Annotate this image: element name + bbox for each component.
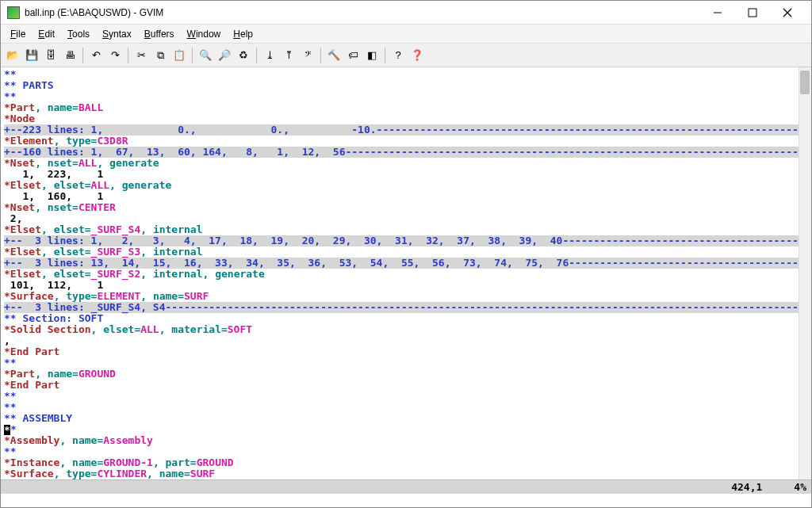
open-icon[interactable]: 📂: [4, 47, 21, 64]
code-line[interactable]: *Surface, type=ELEMENT, name=SURF: [4, 291, 808, 302]
cursor-position: 424,1: [731, 481, 762, 493]
code-line[interactable]: *End Part: [4, 380, 808, 391]
code-line[interactable]: **: [4, 69, 808, 80]
code-line[interactable]: *Nset, nset=ALL, generate: [4, 158, 808, 169]
window-title: ball.inp (E:\ABAQUSWD) - GVIM: [25, 7, 700, 18]
code-line[interactable]: **: [4, 446, 808, 457]
cut-icon[interactable]: ✂: [132, 47, 150, 64]
code-line[interactable]: 2,: [4, 213, 808, 224]
code-line[interactable]: **: [4, 91, 808, 102]
paste-icon[interactable]: 📋: [170, 47, 188, 64]
code-line[interactable]: +-- 3 lines: _SURF_S4, S4---------------…: [4, 302, 808, 313]
copy-icon[interactable]: ⧉: [151, 47, 169, 64]
menu-edit[interactable]: Edit: [32, 26, 61, 42]
code-line[interactable]: **: [4, 391, 808, 402]
code-line[interactable]: *Element, type=C3D8R: [4, 136, 808, 147]
code-line[interactable]: *Part, name=GROUND: [4, 369, 808, 380]
print-icon[interactable]: 🖶: [61, 47, 79, 64]
statusbar: 424,1 4%: [1, 479, 811, 494]
code-line[interactable]: 1, 223, 1: [4, 169, 808, 180]
code-line[interactable]: +--160 lines: 1, 67, 13, 60, 164, 8, 1, …: [4, 147, 808, 158]
menu-buffers[interactable]: Buffers: [138, 26, 181, 42]
menu-help[interactable]: Help: [227, 26, 259, 42]
code-line[interactable]: 1, 160, 1: [4, 191, 808, 202]
code-line[interactable]: **: [4, 424, 808, 435]
svg-rect-1: [749, 9, 756, 17]
code-line[interactable]: *Instance, name=GROUND-1, part=GROUND: [4, 457, 808, 468]
load-session-icon[interactable]: ⤓: [261, 47, 278, 64]
make-icon[interactable]: 🔨: [325, 47, 343, 64]
code-line[interactable]: *Elset, elset=ALL, generate: [4, 180, 808, 191]
code-line[interactable]: *Elset, elset=_SURF_S3, internal: [4, 246, 808, 258]
code-line[interactable]: *Solid Section, elset=ALL, material=SOFT: [4, 324, 808, 335]
maximize-button[interactable]: [735, 2, 770, 24]
tags-icon[interactable]: 🏷: [344, 47, 362, 64]
script-icon[interactable]: 𝄢: [299, 47, 316, 64]
save-session-icon[interactable]: ⤒: [280, 47, 297, 64]
code-line[interactable]: *Assembly, name=Assembly: [4, 435, 808, 446]
code-line[interactable]: *End Part: [4, 346, 808, 357]
code-line[interactable]: ,: [4, 335, 808, 346]
findhelp-icon[interactable]: ❓: [408, 47, 426, 64]
find-icon[interactable]: 🔍: [197, 47, 214, 64]
saveall-icon[interactable]: 🗄: [42, 47, 59, 64]
code-line[interactable]: *Elset, elset=_SURF_S4, internal: [4, 224, 808, 235]
editor-area[interactable]: **** PARTS***Part, name=BALL*Node+--223 …: [1, 67, 811, 479]
code-line[interactable]: *Nset, nset=CENTER: [4, 202, 808, 213]
code-line[interactable]: *Node: [4, 113, 808, 124]
replace-icon[interactable]: ♻: [235, 47, 252, 64]
code-line[interactable]: 101, 112, 1: [4, 280, 808, 291]
save-icon[interactable]: 💾: [23, 47, 40, 64]
code-line[interactable]: **: [4, 402, 808, 413]
redo-icon[interactable]: ↷: [106, 47, 124, 64]
menu-syntax[interactable]: Syntax: [96, 26, 138, 42]
tagjump-icon[interactable]: ◧: [363, 47, 381, 64]
menu-tools[interactable]: Tools: [61, 26, 96, 42]
code-line[interactable]: *Part, name=BALL: [4, 102, 808, 113]
help-icon[interactable]: ?: [389, 47, 407, 64]
menu-window[interactable]: Window: [181, 26, 228, 42]
code-line[interactable]: *Elset, elset=_SURF_S2, internal, genera…: [4, 269, 808, 280]
scroll-percent: 4%: [794, 481, 806, 493]
scroll-thumb[interactable]: [800, 71, 810, 94]
findnext-icon[interactable]: 🔎: [216, 47, 233, 64]
toolbar: 📂💾🗄🖶↶↷✂⧉📋🔍🔎♻⤓⤒𝄢🔨🏷◧?❓: [1, 44, 811, 67]
undo-icon[interactable]: ↶: [87, 47, 105, 64]
app-icon: [7, 6, 20, 19]
code-line[interactable]: ** ASSEMBLY: [4, 413, 808, 424]
code-line[interactable]: +-- 3 lines: 1, 2, 3, 4, 17, 18, 19, 20,…: [4, 235, 808, 246]
code-line[interactable]: ** PARTS: [4, 80, 808, 91]
code-line[interactable]: +-- 3 lines: 13, 14, 15, 16, 33, 34, 35,…: [4, 258, 808, 269]
vertical-scrollbar[interactable]: [799, 67, 811, 479]
code-line[interactable]: +--223 lines: 1, 0., 0., -10.-----------…: [4, 124, 808, 136]
window-titlebar: ball.inp (E:\ABAQUSWD) - GVIM: [1, 1, 811, 25]
code-line[interactable]: ** Section: SOFT: [4, 313, 808, 324]
menu-file[interactable]: File: [4, 26, 32, 42]
code-line[interactable]: *Surface, type=CYLINDER, name=SURF: [4, 468, 808, 479]
close-button[interactable]: [770, 2, 805, 24]
minimize-button[interactable]: [700, 2, 735, 24]
code-line[interactable]: **: [4, 357, 808, 369]
menubar: File Edit Tools Syntax Buffers Window He…: [1, 25, 811, 44]
